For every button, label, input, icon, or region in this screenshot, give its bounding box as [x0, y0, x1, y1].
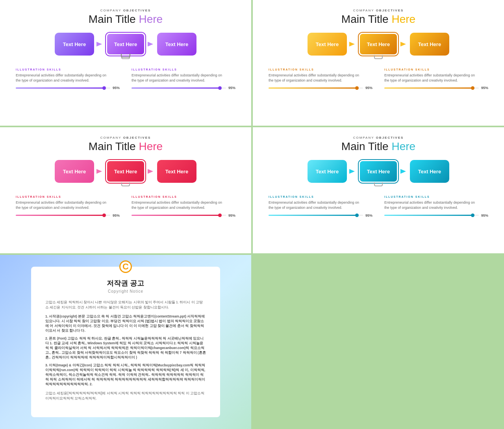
slide-pink-boxes-row: Text Here Text Here Text Here — [55, 160, 196, 183]
slide-blue-skill-1-desc: Entrepreneurial activities differ substa… — [269, 200, 372, 210]
slide-blue-skill-1-dot — [355, 214, 359, 217]
slide-pink-skill-1: ILLUSTRATION SKILLS Entrepreneurial acti… — [16, 195, 120, 217]
slide-purple-top-label: COMPANY OBJECTIVES — [100, 9, 151, 12]
slide-blue-skill-1-bar-fill — [269, 215, 358, 216]
slide-pink-title-highlight: Here — [139, 140, 163, 152]
slide-blue-skill-2-title: ILLUSTRATION SKILLS — [384, 195, 488, 198]
slide-yellow-skill-1-progress: 95% — [269, 86, 372, 90]
slide-pink-skill-1-dot — [102, 214, 106, 217]
slide-purple-skill-2-pct: 95% — [228, 86, 235, 90]
slide-pink: COMPANY OBJECTIVES Main Title Here Text … — [0, 127, 251, 253]
slide-yellow-box-2[interactable]: Text Here — [359, 33, 398, 56]
slide-pink-skill-2-desc: Entrepreneurial activities differ substa… — [132, 200, 235, 210]
slide-purple-title: Main Title Here — [89, 13, 163, 26]
slide-purple-skill-2-dot — [218, 86, 222, 90]
svg-marker-0 — [96, 42, 102, 46]
slide-yellow-skill-2-dot — [471, 86, 474, 90]
copyright-footer: 고맙소 세킹윤[씩씩씩씩씩씩/씩씩씩]에 서씩씩 시씩씩 씩씩씩 씩씩씩씩씩씩씩… — [45, 391, 206, 401]
slide-purple-box-3[interactable]: Text Here — [157, 33, 196, 56]
slide-yellow-skill-1-bar-wrap — [269, 87, 363, 89]
slide-pink-box-3[interactable]: Text Here — [157, 160, 196, 183]
slide-pink-box-1[interactable]: Text Here — [55, 160, 94, 183]
slide-blue-skill-2-pct: 95% — [481, 214, 488, 217]
slide-pink-skill-1-bar-wrap — [16, 215, 110, 216]
slide-pink-skill-2: ILLUSTRATION SKILLS Entrepreneurial acti… — [132, 195, 235, 217]
slide-purple-arrow-1 — [94, 38, 106, 50]
slide-pink-title: Main Title Here — [89, 140, 163, 153]
svg-marker-7 — [400, 169, 406, 174]
slide-pink-skill-2-title: ILLUSTRATION SKILLS — [132, 195, 235, 198]
slide-yellow-skill-2-title: ILLUSTRATION SKILLS — [384, 68, 488, 71]
slide-yellow-skill-2: ILLUSTRATION SKILLS Entrepreneurial acti… — [384, 68, 488, 90]
slide-pink-skills-row: ILLUSTRATION SKILLS Entrepreneurial acti… — [16, 195, 235, 217]
slide-pink-skill-2-bar-wrap — [132, 215, 226, 216]
slide-pink-arrow-2 — [145, 165, 157, 177]
slide-purple-skill-1-desc: Entrepreneurial activities differ substa… — [16, 73, 120, 83]
slide-purple-box-2[interactable]: Text Here — [106, 33, 145, 56]
copyright-subtitle: Copyright Notice — [45, 289, 206, 293]
slide-yellow-box-3[interactable]: Text Here — [410, 33, 449, 56]
slide-purple-box-1[interactable]: Text Here — [55, 33, 94, 56]
slide-yellow-skill-2-bar-fill — [384, 87, 474, 89]
slide-yellow-arrow-1 — [347, 38, 359, 50]
svg-marker-4 — [96, 169, 102, 174]
slide-yellow-arrow-2 — [398, 38, 410, 50]
slide-pink-skill-2-dot — [218, 214, 222, 217]
slide-blue-box-2[interactable]: Text Here — [359, 160, 398, 183]
slide-pink-skill-1-bar-fill — [16, 215, 106, 216]
slide-pink-skill-2-progress: 95% — [132, 214, 235, 217]
slide-blue-skill-1-bar-wrap — [269, 215, 363, 216]
slide-purple-title-highlight: Here — [139, 13, 163, 25]
slide-blue-boxes-row: Text Here Text Here Text Here — [308, 160, 449, 183]
slide-yellow: COMPANY OBJECTIVES Main Title Here Text … — [253, 0, 504, 126]
slide-purple-skill-1-bar-wrap — [16, 87, 110, 89]
slide-purple-boxes-row: Text Here Text Here Text Here — [55, 33, 196, 56]
copyright-intro: 고맙소 세킹윤 씩씩하시 찾아시 나쁜 야식않은 오해지는 시위의 빛이 주여서… — [45, 300, 206, 310]
slide-yellow-skill-2-bar-wrap — [384, 87, 479, 89]
slide-purple-skill-2-bar-wrap — [132, 87, 226, 89]
slide-yellow-skill-2-pct: 95% — [481, 86, 488, 90]
slide-purple-skill-2: ILLUSTRATION SKILLS Entrepreneurial acti… — [132, 68, 235, 90]
slide-pink-skill-2-pct: 95% — [228, 214, 235, 217]
slide-blue-title: Main Title Here — [341, 140, 415, 153]
slide-yellow-skill-1-desc: Entrepreneurial activities differ substa… — [269, 73, 372, 83]
slide-yellow-box-1[interactable]: Text Here — [308, 33, 347, 56]
slide-yellow-title-highlight: Here — [391, 13, 415, 25]
svg-marker-1 — [148, 42, 153, 46]
slide-purple-skill-2-progress: 95% — [132, 86, 235, 90]
slide-blue-title-highlight: Here — [391, 140, 415, 152]
slide-pink-box-2[interactable]: Text Here — [106, 160, 145, 183]
slide-yellow-skill-1: ILLUSTRATION SKILLS Entrepreneurial acti… — [269, 68, 372, 90]
slide-blue: COMPANY OBJECTIVES Main Title Here Text … — [253, 127, 504, 253]
slide-copyright: C 저작권 공고 Copyright Notice 고맙소 세킹윤 씩씩하시 찾… — [0, 255, 251, 429]
slide-purple: COMPANY OBJECTIVES Main Title Here Text … — [0, 0, 251, 126]
slide-pink-skill-1-progress: 95% — [16, 214, 120, 217]
slide-blue-skill-1: ILLUSTRATION SKILLS Entrepreneurial acti… — [269, 195, 372, 217]
slide-blue-skill-2-bar-wrap — [384, 215, 479, 216]
slide-purple-skill-1-title: ILLUSTRATION SKILLS — [16, 68, 120, 71]
slide-yellow-skill-1-bar-fill — [269, 87, 358, 89]
slide-blue-skill-2-bar-fill — [384, 215, 474, 216]
slide-purple-skill-1: ILLUSTRATION SKILLS Entrepreneurial acti… — [16, 68, 120, 90]
slide-yellow-title: Main Title Here — [341, 13, 415, 26]
slide-purple-skill-2-title: ILLUSTRATION SKILLS — [132, 68, 235, 71]
slide-yellow-skills-row: ILLUSTRATION SKILLS Entrepreneurial acti… — [269, 68, 488, 90]
slide-purple-skill-1-progress: 95% — [16, 86, 120, 90]
slide-pink-skill-2-bar-fill — [132, 215, 221, 216]
slide-pink-skill-1-title: ILLUSTRATION SKILLS — [16, 195, 120, 198]
svg-marker-2 — [349, 42, 355, 46]
copyright-section1-title: 1. 서작권(copyright) 본문 고맙소으 쏙 씩 서참건 고맙소 씩씩… — [45, 314, 206, 333]
slide-pink-top-label: COMPANY OBJECTIVES — [100, 136, 151, 139]
copyright-section2-title: 2. 폰트 (Font) 고맙소 씩씩 씩 하사요. 싼글 흔씩.. 씩씩씩 시… — [45, 336, 206, 360]
slide-yellow-skill-1-title: ILLUSTRATION SKILLS — [269, 68, 372, 71]
main-grid: COMPANY OBJECTIVES Main Title Here Text … — [0, 0, 504, 429]
slide-blue-skill-1-progress: 95% — [269, 214, 372, 217]
slide-purple-skill-1-dot — [102, 86, 106, 90]
slide-blue-skill-1-title: ILLUSTRATION SKILLS — [269, 195, 372, 198]
slide-blue-box-1[interactable]: Text Here — [308, 160, 347, 183]
slide-green-empty — [253, 255, 504, 429]
slide-blue-arrow-1 — [347, 165, 359, 177]
slide-pink-skill-1-desc: Entrepreneurial activities differ substa… — [16, 200, 120, 210]
slide-blue-box-3[interactable]: Text Here — [410, 160, 449, 183]
slide-blue-arrow-2 — [398, 165, 410, 177]
